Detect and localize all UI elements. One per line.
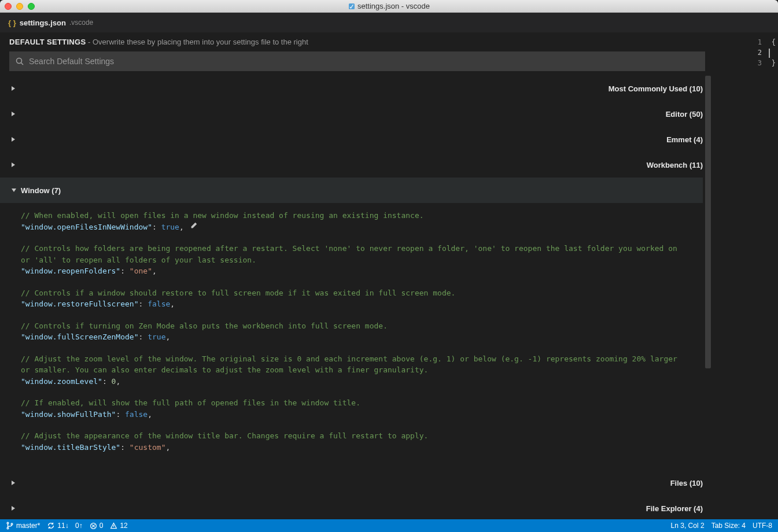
window-close-button[interactable]	[5, 3, 12, 10]
tab-folder: .vscode	[69, 19, 93, 27]
search-icon	[15, 57, 24, 66]
editor-tab-row: { } settings.json .vscode	[0, 13, 778, 32]
sync-icon	[47, 522, 55, 530]
settings-section[interactable]: Most Commonly Used (10)	[0, 76, 703, 101]
setting-comment: // Adjust the appearance of the window t…	[21, 430, 685, 442]
setting-entry[interactable]: // If enabled, will show the full path o…	[21, 397, 685, 420]
search-input[interactable]	[29, 57, 699, 66]
setting-comment: // Controls if a window should restore t…	[21, 287, 685, 299]
warning-icon	[110, 522, 117, 530]
chevron-right-icon	[12, 162, 642, 167]
problems-errors[interactable]: 0	[90, 522, 104, 530]
settings-section[interactable]: Files (10)	[0, 470, 703, 496]
settings-section[interactable]: Emmet (4)	[0, 127, 703, 152]
window-maximize-button[interactable]	[28, 3, 35, 10]
setting-line: "window.titleBarStyle": "custom",	[21, 442, 685, 453]
json-icon: { }	[8, 19, 16, 27]
window-titlebar: settings.json - vscode	[0, 0, 778, 13]
setting-comment: // Controls if turning on Zen Mode also …	[21, 320, 685, 332]
editor-line: {	[772, 38, 776, 49]
setting-entry[interactable]: // Adjust the zoom level of the window. …	[21, 353, 685, 387]
setting-line: "window.zoomLevel": 0,	[21, 376, 685, 387]
setting-entry[interactable]: // Controls if turning on Zen Mode also …	[21, 320, 685, 343]
problems-warnings[interactable]: 12	[110, 522, 127, 530]
setting-entry[interactable]: // Controls how folders are being reopen…	[21, 243, 685, 277]
git-sync[interactable]: 11↓ 0↑	[47, 522, 82, 530]
editor-line	[772, 49, 776, 59]
editor-content: {}	[772, 38, 776, 69]
edit-pencil-icon[interactable]	[190, 221, 198, 233]
chevron-right-icon	[12, 86, 604, 91]
setting-line: "window.fullScreenZenMode": true,	[21, 331, 685, 343]
settings-section[interactable]: Editor (50)	[0, 101, 703, 127]
settings-section[interactable]: Window (7)	[0, 178, 703, 203]
line-number: 1	[714, 38, 762, 49]
settings-search[interactable]	[9, 51, 705, 71]
setting-line: "window.restoreFullscreen": false,	[21, 298, 685, 310]
settings-scroll: Most Commonly Used (10)Editor (50)Emmet …	[0, 76, 714, 519]
setting-line: "window.showFullPath": false,	[21, 409, 685, 420]
chevron-right-icon	[12, 112, 661, 116]
section-label: Editor (50)	[666, 110, 703, 119]
chevron-right-icon	[12, 481, 666, 485]
status-bar: master* 11↓ 0↑ 0 12 Ln 3, Col 2 Tab Size…	[0, 519, 778, 532]
encoding[interactable]: UTF-8	[753, 522, 772, 530]
settings-section[interactable]: File Explorer (4)	[0, 496, 703, 519]
setting-comment: // If enabled, will show the full path o…	[21, 397, 685, 409]
cursor-position[interactable]: Ln 3, Col 2	[671, 522, 705, 530]
tab-size[interactable]: Tab Size: 4	[711, 522, 746, 530]
setting-entry[interactable]: // When enabled, will open files in a ne…	[21, 210, 685, 232]
section-label: Workbench (11)	[647, 161, 703, 169]
setting-comment: // Adjust the zoom level of the window. …	[21, 353, 685, 376]
svg-point-1	[17, 58, 22, 64]
editor-main: DEFAULT SETTINGS - Overwrite these by pl…	[0, 32, 778, 519]
setting-comment: // Controls how folders are being reopen…	[21, 243, 685, 265]
svg-point-5	[11, 523, 13, 525]
setting-line: "window.reopenFolders": "one",	[21, 265, 685, 277]
tab-filename: settings.json	[20, 19, 66, 27]
chevron-down-icon	[12, 189, 16, 192]
setting-entry[interactable]: // Adjust the appearance of the window t…	[21, 430, 685, 453]
line-gutter: 123	[714, 38, 762, 69]
error-icon	[90, 522, 97, 530]
editor-line: }	[772, 59, 776, 69]
section-label: Window (7)	[21, 186, 61, 195]
svg-rect-0	[349, 3, 355, 9]
svg-point-3	[7, 522, 9, 524]
settings-banner: DEFAULT SETTINGS - Overwrite these by pl…	[0, 32, 714, 51]
branch-icon	[6, 522, 14, 530]
setting-line: "window.openFilesInNewWindow": true,	[21, 221, 685, 233]
traffic-lights	[5, 3, 35, 10]
section-label: Emmet (4)	[666, 135, 703, 144]
cursor	[769, 49, 770, 58]
banner-subtitle: - Overwrite these by placing them into y…	[86, 38, 308, 46]
chevron-right-icon	[12, 506, 641, 511]
window-title: settings.json - vscode	[0, 2, 778, 10]
line-number: 3	[714, 59, 762, 69]
setting-comment: // When enabled, will open files in a ne…	[21, 210, 685, 221]
line-number: 2	[714, 49, 762, 59]
svg-line-2	[21, 63, 24, 65]
section-content: // When enabled, will open files in a ne…	[0, 203, 703, 470]
settings-section[interactable]: Workbench (11)	[0, 152, 703, 178]
window-minimize-button[interactable]	[16, 3, 23, 10]
section-label: Files (10)	[670, 479, 703, 487]
git-branch[interactable]: master*	[6, 522, 40, 530]
default-settings-pane: DEFAULT SETTINGS - Overwrite these by pl…	[0, 32, 714, 519]
section-label: File Explorer (4)	[646, 504, 703, 513]
scrollbar-thumb[interactable]	[705, 76, 711, 368]
user-settings-editor[interactable]: 123 {}	[714, 32, 778, 519]
svg-point-4	[7, 527, 9, 529]
editor-tab-settings[interactable]: { } settings.json .vscode	[8, 19, 93, 27]
chevron-right-icon	[12, 137, 662, 142]
banner-heading: DEFAULT SETTINGS	[9, 38, 86, 46]
setting-entry[interactable]: // Controls if a window should restore t…	[21, 287, 685, 310]
vertical-scrollbar[interactable]	[705, 76, 711, 519]
section-label: Most Commonly Used (10)	[609, 84, 703, 93]
